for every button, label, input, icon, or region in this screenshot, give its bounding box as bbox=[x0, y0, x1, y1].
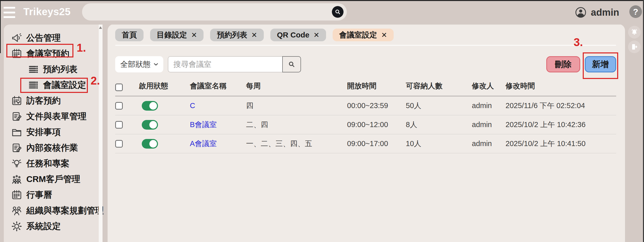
status-filter-value: 全部狀態 bbox=[120, 59, 151, 70]
sidebar-item-label: 預約列表 bbox=[43, 64, 77, 75]
help-button[interactable]: ? bbox=[629, 5, 642, 18]
open-hours-cell: 09:00~17:00 bbox=[347, 134, 406, 153]
room-name-link[interactable]: B會議室 bbox=[190, 120, 217, 129]
folder-icon bbox=[11, 126, 23, 138]
user-menu[interactable]: admin bbox=[575, 6, 619, 18]
enabled-toggle[interactable] bbox=[142, 101, 158, 111]
close-tab-icon[interactable]: ✕ bbox=[381, 31, 387, 39]
row-checkbox[interactable] bbox=[115, 102, 123, 110]
sidebar-item-label: 組織與專案規劃管理 bbox=[26, 205, 104, 216]
main-panel: 首頁 目錄設定 ✕ 預約列表 ✕ QR Code ✕ 會議室設定 ✕ 全部狀態 bbox=[108, 24, 625, 242]
modified-at-cell: 2025/10/2 上午 10:41:50 bbox=[506, 134, 616, 153]
capacity-cell: 50人 bbox=[406, 96, 472, 115]
sidebar-item-calendar[interactable]: 行事曆 bbox=[4, 187, 99, 203]
sidebar-scrollbar[interactable] bbox=[99, 25, 103, 242]
sidebar-item-label: 訪客預約 bbox=[26, 95, 61, 107]
sidebar-item-org-project-planning[interactable]: 組織與專案規劃管理 bbox=[4, 203, 99, 218]
chevron-down-icon bbox=[153, 61, 159, 68]
bell-icon bbox=[631, 28, 638, 36]
document-pencil-icon bbox=[11, 142, 23, 154]
column-header-status: 啟用狀態 bbox=[139, 81, 190, 96]
idea-bulb-icon bbox=[11, 157, 23, 170]
app-title: Trikeys25 bbox=[23, 6, 71, 17]
enabled-toggle[interactable] bbox=[142, 120, 158, 130]
close-tab-icon[interactable]: ✕ bbox=[251, 31, 257, 39]
column-header-modified-at: 修改時間 bbox=[506, 81, 616, 96]
modified-by-cell: admin bbox=[472, 115, 506, 134]
sidebar-item-visitor-booking[interactable]: 訪客預約 bbox=[4, 93, 99, 109]
sidebar-item-booking-list[interactable]: 預約列表 bbox=[4, 62, 99, 77]
global-search-input[interactable] bbox=[89, 5, 323, 19]
tabs-separator-line bbox=[115, 45, 616, 46]
sidebar-item-arrangements[interactable]: 安排事項 bbox=[4, 124, 99, 140]
tab-home[interactable]: 首頁 bbox=[115, 29, 144, 41]
sidebar-item-system-settings[interactable]: 系統設定 bbox=[4, 218, 99, 234]
row-checkbox[interactable] bbox=[115, 121, 123, 129]
sidebar-item-documents-forms[interactable]: 文件與表單管理 bbox=[4, 109, 99, 124]
frame-edge-top bbox=[0, 0, 644, 1]
status-filter-select[interactable]: 全部狀態 bbox=[115, 56, 163, 72]
modified-by-cell: admin bbox=[472, 134, 506, 153]
app-window: Trikeys25 admin ? bbox=[0, 0, 644, 242]
close-tab-icon[interactable]: ✕ bbox=[313, 31, 319, 39]
sidebar-item-label: 會議室設定 bbox=[43, 79, 86, 91]
tab-label: 目錄設定 bbox=[157, 30, 187, 40]
tab-meeting-room-settings[interactable]: 會議室設定 ✕ bbox=[333, 29, 394, 41]
people-stars-icon bbox=[11, 173, 23, 185]
tab-label: 會議室設定 bbox=[339, 30, 377, 40]
capacity-cell: 10人 bbox=[406, 134, 472, 153]
room-search-input[interactable] bbox=[168, 56, 282, 72]
global-search-button[interactable] bbox=[332, 6, 344, 18]
select-all-checkbox[interactable] bbox=[115, 84, 123, 91]
global-search-bar[interactable] bbox=[82, 3, 347, 21]
table-row: A會議室 一、二、三、四、五 09:00~17:00 10人 admin 202… bbox=[115, 134, 616, 153]
logout-icon bbox=[631, 43, 638, 51]
table-row: C 四 00:00~23:59 50人 admin 2025/11/6 下午 0… bbox=[115, 96, 616, 115]
logout-button[interactable] bbox=[628, 41, 641, 53]
calendar-check-icon bbox=[11, 95, 23, 107]
tab-qr-code[interactable]: QR Code ✕ bbox=[270, 29, 326, 41]
hamburger-menu-icon[interactable] bbox=[4, 7, 15, 18]
weekdays-cell: 一、二、三、四、五 bbox=[246, 134, 347, 153]
sidebar-item-label: 會議室預約 bbox=[26, 48, 69, 59]
gear-icon bbox=[11, 220, 23, 232]
top-bar: Trikeys25 admin ? bbox=[0, 0, 644, 25]
add-button[interactable]: 新增 bbox=[585, 56, 616, 72]
enabled-toggle[interactable] bbox=[142, 139, 158, 149]
tab-label: QR Code bbox=[277, 31, 309, 39]
modified-by-cell: admin bbox=[472, 96, 506, 115]
sidebar-item-label: 安排事項 bbox=[26, 126, 61, 138]
column-header-modified-by: 修改人 bbox=[472, 81, 506, 96]
room-search-button[interactable] bbox=[282, 56, 301, 72]
sidebar-item-label: 任務和專案 bbox=[26, 158, 69, 169]
sidebar-item-tasks-projects[interactable]: 任務和專案 bbox=[4, 156, 99, 171]
table-row: B會議室 二、四 09:00~12:00 8人 admin 2025/10/2 … bbox=[115, 115, 616, 134]
scroll-up-arrow-icon[interactable] bbox=[99, 26, 102, 29]
close-tab-icon[interactable]: ✕ bbox=[191, 31, 197, 39]
column-header-weekdays: 每周 bbox=[246, 81, 347, 96]
row-checkbox[interactable] bbox=[115, 140, 123, 148]
sidebar-item-meeting-room-settings[interactable]: 會議室設定 bbox=[4, 77, 99, 93]
notifications-button[interactable] bbox=[628, 26, 641, 38]
meeting-rooms-table: 啟用狀態 會議室名稱 每周 開放時間 可容納人數 修改人 修改時間 C 四 00… bbox=[115, 81, 616, 153]
room-search-group bbox=[168, 56, 301, 72]
tab-booking-list[interactable]: 預約列表 ✕ bbox=[210, 29, 264, 41]
open-tabs-bar: 首頁 目錄設定 ✕ 預約列表 ✕ QR Code ✕ 會議室設定 ✕ bbox=[115, 29, 616, 41]
tab-directory-settings[interactable]: 目錄設定 ✕ bbox=[150, 29, 204, 41]
list-icon bbox=[27, 79, 39, 91]
sidebar-item-announcements[interactable]: 公告管理 bbox=[4, 30, 99, 46]
room-name-link[interactable]: C bbox=[190, 102, 195, 110]
sidebar-item-meeting-room-booking[interactable]: 會議室預約 bbox=[4, 46, 99, 62]
sidebar-item-label: 行事曆 bbox=[26, 189, 52, 201]
tab-label: 預約列表 bbox=[217, 30, 247, 40]
tab-label: 首頁 bbox=[122, 30, 137, 40]
calendar-icon bbox=[11, 48, 23, 60]
weekdays-cell: 四 bbox=[246, 96, 347, 115]
sidebar-item-internal-approval[interactable]: 內部簽核作業 bbox=[4, 140, 99, 156]
column-header-open-hours: 開放時間 bbox=[347, 81, 406, 96]
delete-button[interactable]: 刪除 bbox=[546, 56, 580, 72]
sidebar-item-crm[interactable]: CRM客戶管理 bbox=[4, 171, 99, 187]
user-avatar-icon bbox=[575, 6, 587, 18]
room-name-link[interactable]: A會議室 bbox=[190, 139, 217, 148]
search-icon bbox=[334, 9, 341, 15]
